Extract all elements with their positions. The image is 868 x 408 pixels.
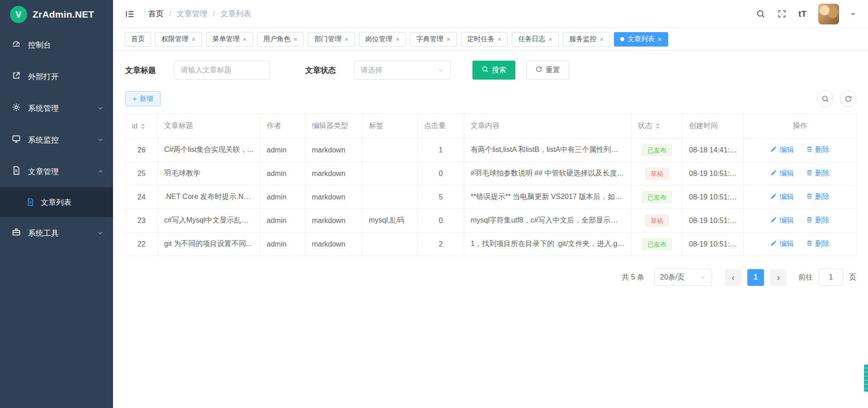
cell-tags bbox=[363, 138, 418, 162]
fullscreen-icon[interactable] bbox=[777, 9, 787, 19]
sidebar-subitem-article-list[interactable]: 文章列表 bbox=[0, 187, 113, 217]
edit-button[interactable]: 编辑 bbox=[770, 192, 794, 202]
cell-actions: 编辑 删除 bbox=[744, 232, 857, 256]
reset-button-label: 重置 bbox=[546, 66, 560, 75]
delete-button[interactable]: 删除 bbox=[806, 145, 830, 155]
sidebar-item-external-open[interactable]: 外部打开 bbox=[0, 61, 113, 92]
plus-icon: + bbox=[132, 95, 137, 103]
table-header-row: id 文章标题 作者 编辑器类型 标签 点击量 文章内容 状态 创建时间 操作 bbox=[126, 114, 857, 138]
cell-status: 草稿 bbox=[632, 162, 683, 185]
tab-home[interactable]: 首页 bbox=[125, 32, 151, 47]
search-button[interactable]: 搜索 bbox=[472, 61, 515, 80]
close-icon[interactable]: × bbox=[658, 36, 662, 43]
column-label: 标签 bbox=[369, 122, 383, 129]
tab-article-list[interactable]: 文章列表× bbox=[614, 32, 668, 47]
tab-user-role[interactable]: 用户角色× bbox=[257, 32, 304, 47]
goto-label: 前往 bbox=[798, 273, 813, 282]
scrollbar-thumb[interactable] bbox=[864, 365, 868, 392]
page-size-select[interactable]: 20条/页 bbox=[654, 269, 712, 286]
article-title-input[interactable] bbox=[174, 61, 270, 80]
page-content: 文章标题 文章状态 请选择 搜索 重置 + bbox=[113, 51, 868, 408]
breadcrumb-home[interactable]: 首页 bbox=[148, 9, 164, 19]
status-badge: 草稿 bbox=[645, 215, 669, 227]
close-icon[interactable]: × bbox=[396, 36, 400, 43]
tab-dict-mgmt[interactable]: 字典管理× bbox=[410, 32, 457, 47]
column-header-status[interactable]: 状态 bbox=[632, 114, 683, 138]
tab-permission-mgmt[interactable]: 权限管理× bbox=[155, 32, 202, 47]
topbar-actions: tT bbox=[756, 4, 855, 24]
sidebar-item-article-mgmt[interactable]: 文章管理 bbox=[0, 156, 113, 187]
tab-post-mgmt[interactable]: 岗位管理× bbox=[359, 32, 406, 47]
sidebar-item-label: 系统管理 bbox=[28, 103, 59, 114]
cell-status: 已发布 bbox=[632, 232, 683, 256]
tab-service-monitor[interactable]: 服务监控× bbox=[563, 32, 610, 47]
sort-icon[interactable] bbox=[656, 123, 660, 129]
close-icon[interactable]: × bbox=[344, 36, 349, 43]
edit-label: 编辑 bbox=[779, 192, 794, 202]
tab-menu-mgmt[interactable]: 菜单管理× bbox=[206, 32, 253, 47]
close-icon[interactable]: × bbox=[243, 36, 247, 43]
table-row: 26 C#两个list集合实现关联，... admin markdown 1 有… bbox=[126, 138, 857, 162]
cell-created: 08-19 10:51:27 bbox=[683, 185, 744, 209]
status-badge: 草稿 bbox=[645, 168, 669, 180]
tab-label: 服务监控 bbox=[569, 35, 596, 43]
edit-button[interactable]: 编辑 bbox=[770, 169, 794, 178]
external-link-icon bbox=[12, 71, 21, 82]
sidebar-item-system-tools[interactable]: 系统工具 bbox=[0, 217, 113, 249]
prev-page-button[interactable]: ‹ bbox=[725, 269, 741, 286]
page-number-button[interactable]: 1 bbox=[747, 269, 764, 286]
column-header-id[interactable]: id bbox=[126, 114, 158, 138]
close-icon[interactable]: × bbox=[294, 36, 298, 43]
reset-button[interactable]: 重置 bbox=[526, 61, 569, 80]
article-status-select[interactable]: 请选择 bbox=[354, 61, 451, 80]
chevron-up-icon bbox=[97, 168, 104, 175]
edit-button[interactable]: 编辑 bbox=[770, 145, 794, 155]
breadcrumb-article-mgmt[interactable]: 文章管理 bbox=[177, 9, 208, 19]
sort-icon[interactable] bbox=[141, 123, 145, 129]
column-label: 操作 bbox=[793, 122, 807, 129]
refresh-table-button[interactable] bbox=[840, 90, 856, 107]
close-icon[interactable]: × bbox=[192, 36, 196, 43]
tab-dept-mgmt[interactable]: 部门管理× bbox=[308, 32, 355, 47]
tab-label: 任务日志 bbox=[518, 35, 545, 43]
page-unit-label: 页 bbox=[849, 273, 856, 282]
cell-editor-type: markdown bbox=[306, 209, 363, 232]
delete-button[interactable]: 删除 bbox=[806, 239, 830, 249]
add-button[interactable]: + 新增 bbox=[125, 91, 160, 106]
tab-scheduled-task[interactable]: 定时任务× bbox=[461, 32, 508, 47]
status-badge: 已发布 bbox=[642, 144, 672, 156]
sidebar-item-dashboard[interactable]: 控制台 bbox=[0, 29, 113, 61]
cell-content: mysql字符集utf8，c#写入中文后，全部显示成? ... bbox=[464, 209, 632, 232]
tab-task-log[interactable]: 任务日志× bbox=[512, 32, 559, 47]
sidebar-item-system-mgmt[interactable]: 系统管理 bbox=[0, 92, 113, 124]
cell-author: admin bbox=[260, 162, 306, 185]
monitor-icon bbox=[12, 134, 21, 146]
close-icon[interactable]: × bbox=[447, 36, 451, 43]
close-icon[interactable]: × bbox=[548, 36, 552, 43]
edit-button[interactable]: 编辑 bbox=[770, 216, 794, 225]
cell-content: **错误提示** 当电脑更新 VS2017 版本后，如果... bbox=[464, 185, 632, 209]
search-icon[interactable] bbox=[756, 9, 765, 19]
cell-id: 26 bbox=[126, 138, 158, 162]
app-title: ZrAdmin.NET bbox=[33, 9, 94, 20]
cell-author: admin bbox=[260, 232, 306, 256]
goto-page-input[interactable] bbox=[819, 269, 843, 286]
close-icon[interactable]: × bbox=[498, 36, 502, 43]
delete-button[interactable]: 删除 bbox=[806, 192, 830, 202]
caret-down-icon[interactable] bbox=[851, 13, 855, 18]
pencil-icon bbox=[770, 240, 777, 248]
font-size-icon[interactable]: tT bbox=[798, 9, 807, 19]
toggle-search-button[interactable] bbox=[817, 90, 833, 107]
sidebar-item-system-monitor[interactable]: 系统监控 bbox=[0, 124, 113, 156]
column-header-author: 作者 bbox=[260, 114, 306, 138]
delete-button[interactable]: 删除 bbox=[806, 216, 830, 225]
sidebar-collapse-icon[interactable] bbox=[125, 9, 135, 19]
edit-button[interactable]: 编辑 bbox=[770, 239, 794, 249]
close-icon[interactable]: × bbox=[599, 36, 604, 43]
cell-author: admin bbox=[260, 209, 306, 232]
cell-title: git 为不同的项目设置不同... bbox=[158, 232, 260, 256]
next-page-button[interactable]: › bbox=[770, 269, 787, 286]
user-avatar[interactable] bbox=[818, 4, 839, 24]
edit-label: 编辑 bbox=[779, 239, 794, 249]
delete-button[interactable]: 删除 bbox=[806, 169, 830, 178]
